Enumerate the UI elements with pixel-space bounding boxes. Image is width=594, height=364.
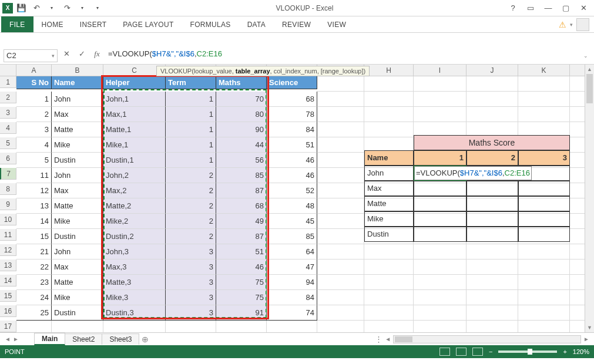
cell[interactable]: 3 bbox=[16, 122, 52, 137]
cell[interactable] bbox=[364, 275, 414, 290]
cell[interactable]: John bbox=[52, 244, 103, 259]
sheet-tab-main[interactable]: Main bbox=[34, 333, 65, 345]
lookup-cell[interactable] bbox=[518, 181, 570, 196]
formula-bar-expand[interactable]: ⌄ bbox=[581, 53, 590, 59]
cell[interactable] bbox=[467, 290, 518, 305]
horizontal-scrollbar[interactable] bbox=[393, 335, 581, 343]
cell[interactable]: 1 bbox=[166, 107, 216, 122]
zoom-out-button[interactable]: − bbox=[489, 348, 492, 355]
cell[interactable] bbox=[166, 321, 216, 332]
cell[interactable]: 48 bbox=[267, 198, 317, 214]
tab-formulas[interactable]: FORMULAS bbox=[182, 16, 239, 32]
cell[interactable]: 75 bbox=[216, 275, 267, 290]
cell[interactable]: 1 bbox=[166, 137, 216, 153]
row-header[interactable]: 3 bbox=[0, 107, 16, 119]
lookup-name-header[interactable]: Name bbox=[364, 150, 414, 166]
cell[interactable]: Matte bbox=[52, 122, 103, 137]
cell-editor[interactable]: =VLOOKUP($H7&","&I$6,C2:E16 bbox=[414, 166, 532, 180]
lookup-name[interactable]: John bbox=[364, 166, 414, 181]
column-header[interactable]: J bbox=[467, 65, 518, 76]
lookup-col-3[interactable]: 3 bbox=[518, 150, 570, 166]
cell[interactable]: 85 bbox=[267, 229, 317, 244]
row-header[interactable]: 8 bbox=[0, 183, 16, 195]
cell[interactable] bbox=[317, 92, 364, 107]
row-header[interactable]: 16 bbox=[0, 305, 16, 317]
cell[interactable] bbox=[267, 321, 317, 332]
name-box[interactable]: C2 ▾ bbox=[4, 49, 58, 62]
row-header[interactable]: 7 bbox=[0, 168, 16, 180]
cell[interactable]: 68 bbox=[216, 198, 267, 214]
cell[interactable] bbox=[216, 321, 267, 332]
help-button[interactable]: ? bbox=[505, 4, 521, 12]
cell[interactable] bbox=[518, 321, 570, 332]
cell[interactable]: 25 bbox=[16, 305, 52, 321]
cell[interactable]: Dustin bbox=[52, 305, 103, 321]
cell[interactable]: John bbox=[52, 92, 103, 107]
fx-button[interactable]: fx bbox=[90, 49, 103, 62]
lookup-cell[interactable] bbox=[518, 227, 570, 242]
worksheet-grid[interactable]: ABCDEFGHIJK1S NoNameHelperTermMathsScien… bbox=[0, 65, 594, 332]
row-header[interactable]: 12 bbox=[0, 244, 16, 256]
cell[interactable] bbox=[518, 290, 570, 305]
cell[interactable] bbox=[16, 321, 52, 332]
cell[interactable]: Mike bbox=[52, 290, 103, 305]
cell[interactable] bbox=[317, 229, 364, 244]
vertical-scroll-thumb[interactable] bbox=[586, 74, 593, 103]
hscroll-divider[interactable]: ⋮ bbox=[375, 335, 382, 343]
cell[interactable] bbox=[364, 92, 414, 107]
cell[interactable]: 90 bbox=[216, 122, 267, 137]
view-page-layout-button[interactable] bbox=[456, 348, 467, 356]
hscroll-left[interactable]: ◄ bbox=[385, 336, 391, 342]
cell[interactable] bbox=[518, 275, 570, 290]
cell[interactable]: 94 bbox=[267, 275, 317, 290]
cell[interactable]: Matte bbox=[52, 198, 103, 214]
cell[interactable]: Helper bbox=[103, 76, 166, 89]
cell[interactable] bbox=[414, 305, 467, 321]
cell[interactable] bbox=[364, 259, 414, 275]
cancel-formula-button[interactable]: ✕ bbox=[60, 49, 73, 62]
cell[interactable]: 46 bbox=[267, 153, 317, 168]
cell[interactable] bbox=[467, 305, 518, 321]
cell[interactable]: 3 bbox=[166, 275, 216, 290]
cell[interactable] bbox=[364, 122, 414, 137]
lookup-col-2[interactable]: 2 bbox=[467, 150, 518, 166]
cell[interactable]: Matte bbox=[52, 275, 103, 290]
lookup-name[interactable]: Dustin bbox=[364, 227, 414, 242]
horizontal-scroll-thumb[interactable] bbox=[395, 336, 412, 342]
cell[interactable] bbox=[317, 153, 364, 168]
sheet-tab-sheet2[interactable]: Sheet2 bbox=[65, 333, 102, 345]
lookup-cell[interactable] bbox=[414, 196, 467, 211]
row-header[interactable]: 11 bbox=[0, 229, 16, 241]
cell[interactable]: Max bbox=[52, 183, 103, 198]
cell[interactable]: 3 bbox=[166, 290, 216, 305]
qat-customize[interactable]: ▾ bbox=[90, 2, 105, 15]
column-header[interactable]: K bbox=[518, 65, 570, 76]
row-header[interactable]: 14 bbox=[0, 275, 16, 287]
cell[interactable] bbox=[414, 107, 467, 122]
cell[interactable]: 2 bbox=[166, 214, 216, 229]
lookup-name[interactable]: Mike bbox=[364, 211, 414, 227]
cell[interactable]: 3 bbox=[166, 259, 216, 275]
cell[interactable]: Dustin,1 bbox=[103, 153, 166, 168]
new-sheet-button[interactable]: ⊕ bbox=[139, 335, 152, 344]
cell[interactable] bbox=[317, 305, 364, 321]
cell[interactable]: 87 bbox=[216, 229, 267, 244]
cell[interactable] bbox=[467, 244, 518, 259]
view-page-break-button[interactable] bbox=[472, 348, 483, 356]
lookup-cell[interactable] bbox=[467, 227, 518, 242]
select-all-corner[interactable] bbox=[0, 65, 16, 76]
cell[interactable]: 2 bbox=[16, 107, 52, 122]
cell[interactable] bbox=[317, 321, 364, 332]
lookup-cell[interactable] bbox=[414, 211, 467, 227]
cell[interactable] bbox=[518, 244, 570, 259]
cell[interactable]: 52 bbox=[267, 183, 317, 198]
lookup-name[interactable]: Matte bbox=[364, 196, 414, 211]
cell[interactable] bbox=[317, 107, 364, 122]
cell[interactable]: Matte,2 bbox=[103, 198, 166, 214]
lookup-cell[interactable] bbox=[414, 181, 467, 196]
cell[interactable]: Science bbox=[267, 76, 317, 89]
cell[interactable]: 78 bbox=[267, 107, 317, 122]
cell[interactable]: Dustin,2 bbox=[103, 229, 166, 244]
cell[interactable]: 23 bbox=[16, 275, 52, 290]
cell[interactable] bbox=[467, 92, 518, 107]
